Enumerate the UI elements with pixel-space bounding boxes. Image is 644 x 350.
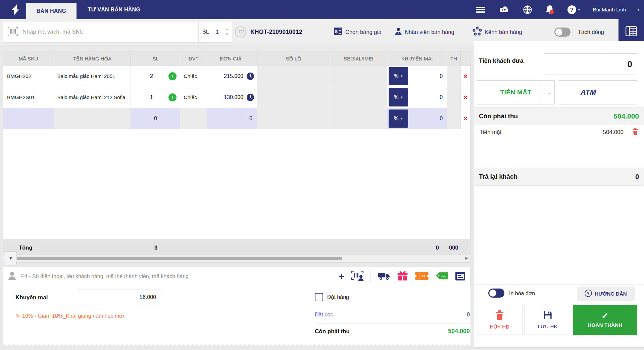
cell-quantity[interactable]: 1 ! bbox=[131, 87, 180, 108]
tab-ban-hang[interactable]: BÁN HÀNG bbox=[26, 3, 77, 19]
amount-due-row: Còn phải thu 504.000 bbox=[315, 328, 470, 335]
discount-type-button[interactable]: %▼ bbox=[389, 110, 408, 128]
quantity-stepper[interactable]: ▲▼ bbox=[226, 28, 229, 36]
sales-staff-button[interactable]: Nhân viên bán hàng bbox=[395, 19, 454, 45]
stock-alert-icon[interactable]: ! bbox=[168, 93, 177, 101]
cash-given-field[interactable]: 0 bbox=[544, 53, 637, 75]
svg-text:⟳: ⟳ bbox=[502, 8, 506, 12]
customer-search-input[interactable] bbox=[21, 273, 338, 279]
price-history-icon[interactable] bbox=[246, 93, 254, 101]
total-label: Tổng bbox=[19, 240, 32, 255]
cell-product-name bbox=[54, 108, 131, 129]
svg-text:?: ? bbox=[587, 291, 590, 296]
gift-icon[interactable] bbox=[397, 271, 408, 282]
tab-tu-van-ban-hang[interactable]: TƯ VẤN BÁN HÀNG bbox=[81, 0, 148, 19]
deposit-row: Đặt cọc 0 bbox=[315, 312, 470, 318]
cart-table: MÃ SKU TÊN HÀNG HÓA SL ĐVT ĐƠN GIÁ SỐ LÔ… bbox=[3, 51, 470, 263]
discount-tag-icon[interactable]: -% bbox=[436, 272, 448, 281]
header-price: ĐƠN GIÁ bbox=[207, 51, 257, 66]
customer-search-bar: + ✂ -% bbox=[3, 267, 470, 286]
user-menu[interactable]: Bùi Mạnh Linh bbox=[593, 7, 626, 13]
row-delete-button[interactable]: ✕ bbox=[461, 66, 470, 87]
cart-row-new: 0 0 %▼ 0 ✕ bbox=[3, 108, 470, 129]
order-checkbox[interactable] bbox=[315, 293, 323, 301]
barcode-search-input[interactable] bbox=[22, 29, 194, 35]
cell-discount: %▼ 0 bbox=[387, 87, 447, 108]
remove-payment-icon[interactable] bbox=[632, 128, 638, 136]
discount-type-button[interactable]: %▼ bbox=[389, 67, 408, 85]
header-amount: TH bbox=[447, 51, 461, 66]
divider bbox=[370, 270, 371, 283]
split-line-toggle[interactable] bbox=[554, 28, 571, 37]
payment-method-amount: 504.000 bbox=[603, 129, 624, 136]
question-circle-icon: ? bbox=[585, 290, 592, 298]
cell-sku: BMGH2S01 bbox=[3, 87, 54, 108]
menu-hamburger-icon[interactable] bbox=[476, 7, 485, 13]
remaining-due-strip: Còn phải thu 504.000 bbox=[474, 107, 644, 125]
horizontal-scrollbar[interactable]: ▶ bbox=[3, 255, 470, 262]
check-icon: ✓ bbox=[601, 312, 609, 319]
customer-actions: + ✂ -% bbox=[338, 270, 465, 283]
deposit-link[interactable]: Đặt cọc bbox=[315, 312, 333, 318]
cell-lot bbox=[257, 87, 330, 108]
row-delete-button[interactable]: ✕ bbox=[461, 108, 470, 129]
cell-sku[interactable] bbox=[3, 108, 54, 129]
method-dropdown-caret[interactable]: ⌄ bbox=[540, 80, 559, 104]
deposit-value: 0 bbox=[467, 312, 470, 318]
row-delete-button[interactable]: ✕ bbox=[461, 87, 470, 108]
choose-price-list-button[interactable]: $ Chọn bảng giá bbox=[334, 19, 381, 45]
member-card-scan-icon[interactable] bbox=[351, 270, 364, 282]
help-caret-icon: ▾ bbox=[578, 7, 580, 12]
globe-icon[interactable] bbox=[523, 5, 532, 14]
cell-lot bbox=[257, 66, 330, 87]
change-value: 0 bbox=[635, 173, 639, 181]
cart-icon[interactable] bbox=[235, 26, 246, 38]
scroll-right-icon[interactable]: ▶ bbox=[465, 256, 468, 260]
cell-price[interactable]: 130.000 bbox=[207, 87, 257, 108]
staff-icon bbox=[395, 27, 402, 37]
cloud-sync-icon[interactable]: ⟳ bbox=[498, 5, 510, 14]
cell-amount bbox=[447, 66, 461, 87]
shipping-truck-icon[interactable] bbox=[378, 271, 390, 282]
atm-method-button[interactable]: ATM bbox=[559, 80, 637, 104]
user-caret-icon[interactable]: ▾ bbox=[637, 7, 639, 12]
cell-quantity[interactable]: 2 ! bbox=[131, 66, 180, 87]
promotion-amount-field[interactable]: 56.000 bbox=[78, 290, 161, 305]
cell-price[interactable]: 0 bbox=[207, 108, 257, 129]
customer-icon bbox=[8, 271, 16, 282]
edit-pencil-icon: ✎ bbox=[15, 312, 20, 319]
cell-price[interactable]: 215.000 bbox=[207, 66, 257, 87]
sapo-logo-icon[interactable] bbox=[9, 4, 21, 16]
amount-due-value: 504.000 bbox=[448, 328, 470, 335]
order-checkbox-label[interactable]: Đặt hàng bbox=[327, 294, 349, 300]
step-up-icon: ▲ bbox=[226, 28, 229, 31]
payment-method-row: Tiền mặt 504.000 bbox=[474, 128, 644, 136]
discount-type-button[interactable]: %▼ bbox=[389, 88, 408, 106]
save-order-button[interactable]: LƯU HĐ bbox=[524, 305, 571, 335]
notification-bell-icon[interactable] bbox=[545, 5, 554, 14]
caret-down-icon: ▼ bbox=[400, 96, 403, 99]
table-expand-button[interactable]: ▼ bbox=[5, 251, 17, 265]
calendar-icon[interactable] bbox=[455, 271, 465, 282]
remaining-due-value: 504.000 bbox=[613, 112, 639, 120]
barcode-search-box bbox=[3, 21, 199, 43]
price-list-icon: $ bbox=[334, 27, 343, 37]
voucher-icon[interactable]: ✂ bbox=[415, 271, 429, 282]
guide-button[interactable]: ? HƯỚNG DẪN bbox=[577, 287, 635, 301]
promotion-note[interactable]: ✎ 10% - Giảm 10%_Khai giảng năm học mới bbox=[15, 312, 124, 319]
price-history-icon[interactable] bbox=[246, 72, 254, 80]
stock-alert-icon[interactable]: ! bbox=[168, 72, 177, 80]
scrollbar-thumb[interactable] bbox=[16, 257, 342, 260]
cell-lot bbox=[257, 108, 330, 129]
quantity-value[interactable]: 1 bbox=[209, 29, 226, 35]
top-navbar: BÁN HÀNG TƯ VẤN BÁN HÀNG ⟳ ? ▾ Bùi Mạnh … bbox=[0, 0, 644, 19]
cancel-order-button[interactable]: HỦY HĐ bbox=[477, 305, 523, 335]
complete-order-button[interactable]: ✓ HOÀN THÀNH bbox=[573, 305, 637, 335]
help-icon[interactable]: ? ▾ bbox=[567, 5, 580, 14]
cart-row-2: BMGH2S01 Balo mẫu giáo Hami 212 Sofia 1 … bbox=[3, 87, 470, 108]
change-strip: Trả lại khách 0 bbox=[474, 168, 644, 186]
header-promo: KHUYẾN MẠI bbox=[387, 51, 447, 66]
cell-quantity[interactable]: 0 bbox=[131, 108, 180, 129]
print-invoice-toggle[interactable] bbox=[488, 289, 504, 298]
add-customer-icon[interactable]: + bbox=[338, 272, 344, 281]
